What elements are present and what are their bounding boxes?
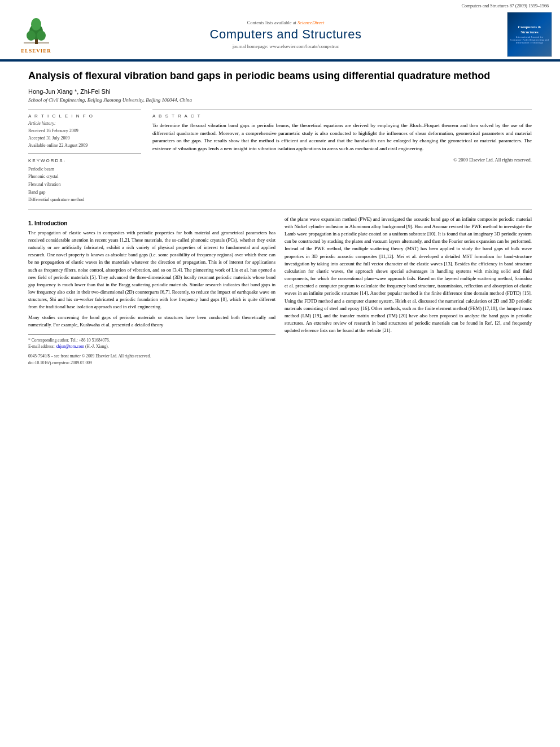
page: Computers and Structures 87 (2009) 1559–… <box>0 0 560 747</box>
elsevier-logo: ELSEVIER <box>8 16 64 54</box>
authors: Hong-Jun Xiang *, Zhi-Fei Shi <box>28 88 532 95</box>
keyword-3: Flexural vibration <box>28 181 141 189</box>
journal-header: Computers and Structures 87 (2009) 1559–… <box>0 0 560 60</box>
accepted-date: Accepted 31 July 2009 <box>28 135 141 142</box>
journal-center: Contents lists available at ScienceDirec… <box>64 18 507 51</box>
affiliation: School of Civil Engineering, Beijing Jia… <box>28 97 532 103</box>
info-abstract-section: A R T I C L E I N F O Article history: R… <box>28 110 532 203</box>
sciencedirect-link[interactable]: ScienceDirect <box>298 20 324 25</box>
keywords-list: Periodic beam Phononic crystal Flexural … <box>28 165 141 204</box>
svg-point-3 <box>37 30 46 41</box>
right-para-1: of the plane wave expansion method (PWE)… <box>285 216 532 335</box>
keywords-section: Keywords: Periodic beam Phononic crystal… <box>28 153 141 204</box>
article-title: Analysis of flexural vibration band gaps… <box>28 69 532 82</box>
journal-homepage: journal homepage: www.elsevier.com/locat… <box>70 43 501 49</box>
thumbnail-subtitle: International Journal for Computer-Aided… <box>510 36 549 44</box>
available-date: Available online 22 August 2009 <box>28 142 141 150</box>
article-info: A R T I C L E I N F O Article history: R… <box>28 110 141 203</box>
footnote-2: E-mail address: xhjun@tom.com (H.-J. Xia… <box>28 343 275 350</box>
article-body: Analysis of flexural vibration band gaps… <box>0 62 560 374</box>
sciencedirect-line: Contents lists available at ScienceDirec… <box>70 20 501 25</box>
keyword-1: Periodic beam <box>28 165 141 173</box>
elsevier-label: ELSEVIER <box>21 48 51 54</box>
section1-heading: 1. Introduction <box>28 220 275 226</box>
left-para-1: The propagation of elastic waves in comp… <box>28 229 275 311</box>
article-columns: 1. Introduction The propagation of elast… <box>28 216 532 366</box>
footnote-1: * Corresponding author. Tel.: +86 10 516… <box>28 337 275 343</box>
footnote-3: 0045-7949/$ – see front matter © 2009 El… <box>28 353 275 359</box>
elsevier-tree-icon <box>21 16 52 47</box>
copyright-line: © 2009 Elsevier Ltd. All rights reserved… <box>152 157 532 163</box>
citation-line: Computers and Structures 87 (2009) 1559–… <box>0 3 560 10</box>
keyword-4: Band gap <box>28 189 141 196</box>
history-label: Article history: <box>28 121 141 126</box>
keywords-label: Keywords: <box>28 158 141 163</box>
left-column: 1. Introduction The propagation of elast… <box>28 216 275 366</box>
right-column: of the plane wave expansion method (PWE)… <box>285 216 532 366</box>
keyword-2: Phononic crystal <box>28 173 141 181</box>
received-date: Received 16 February 2009 <box>28 128 141 135</box>
article-info-title: A R T I C L E I N F O <box>28 113 141 119</box>
footnote-4: doi:10.1016/j.compstruc.2009.07.009 <box>28 360 275 366</box>
footnote-area: * Corresponding author. Tel.: +86 10 516… <box>28 334 275 366</box>
header-content: ELSEVIER Contents lists available at Sci… <box>0 10 560 59</box>
abstract-section: A B S T R A C T To determine the flexura… <box>152 110 532 203</box>
abstract-title: A B S T R A C T <box>152 113 532 119</box>
thumbnail-title: Computers & Structures <box>510 25 549 34</box>
journal-title-header: Computers and Structures <box>70 27 501 42</box>
article-dates: Received 16 February 2009 Accepted 31 Ju… <box>28 128 141 149</box>
svg-point-2 <box>27 30 36 41</box>
citation-text: Computers and Structures 87 (2009) 1559–… <box>462 3 549 8</box>
keyword-5: Differential quadrature method <box>28 196 141 204</box>
email-name: (H.-J. Xiang). <box>84 344 109 349</box>
sciencedirect-prefix: Contents lists available at <box>247 20 296 25</box>
journal-thumbnail: Computers & Structures International Jou… <box>507 12 552 57</box>
svg-point-4 <box>31 18 41 30</box>
abstract-text: To determine the flexural vibration band… <box>152 122 532 152</box>
section-divider <box>28 209 532 210</box>
email-link[interactable]: xhjun@tom.com <box>56 344 84 349</box>
left-para-2: Many studies concerning the band gaps of… <box>28 314 275 329</box>
email-label: E-mail address: <box>28 344 56 349</box>
